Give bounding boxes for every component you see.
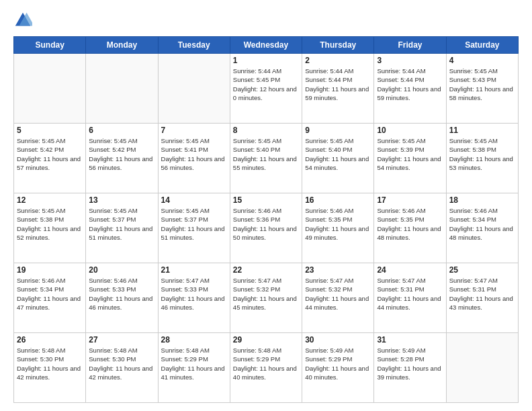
weekday-row: SundayMondayTuesdayWednesdayThursdayFrid… xyxy=(14,37,519,54)
day-info: Sunrise: 5:45 AM Sunset: 5:42 PM Dayligh… xyxy=(17,136,83,172)
day-info: Sunrise: 5:46 AM Sunset: 5:35 PM Dayligh… xyxy=(305,206,371,242)
calendar-cell xyxy=(14,54,86,124)
calendar-cell: 1Sunrise: 5:44 AM Sunset: 5:45 PM Daylig… xyxy=(230,54,302,124)
header xyxy=(13,11,519,30)
day-info: Sunrise: 5:48 AM Sunset: 5:30 PM Dayligh… xyxy=(89,346,154,381)
day-number: 11 xyxy=(449,126,515,135)
day-info: Sunrise: 5:45 AM Sunset: 5:38 PM Dayligh… xyxy=(449,136,515,172)
weekday-header: Wednesday xyxy=(230,37,302,54)
day-number: 10 xyxy=(377,126,443,135)
day-number: 21 xyxy=(161,265,227,275)
calendar-cell: 14Sunrise: 5:45 AM Sunset: 5:37 PM Dayli… xyxy=(158,193,230,263)
day-info: Sunrise: 5:46 AM Sunset: 5:36 PM Dayligh… xyxy=(233,206,299,242)
calendar-cell: 26Sunrise: 5:48 AM Sunset: 5:30 PM Dayli… xyxy=(14,333,86,403)
calendar-cell: 16Sunrise: 5:46 AM Sunset: 5:35 PM Dayli… xyxy=(302,193,374,263)
day-info: Sunrise: 5:46 AM Sunset: 5:34 PM Dayligh… xyxy=(17,276,83,312)
day-number: 25 xyxy=(449,265,515,275)
day-info: Sunrise: 5:46 AM Sunset: 5:34 PM Dayligh… xyxy=(449,206,515,242)
day-info: Sunrise: 5:44 AM Sunset: 5:45 PM Dayligh… xyxy=(233,66,299,102)
day-number: 8 xyxy=(233,126,299,135)
page: SundayMondayTuesdayWednesdayThursdayFrid… xyxy=(0,0,532,411)
calendar-cell: 28Sunrise: 5:48 AM Sunset: 5:29 PM Dayli… xyxy=(158,333,230,403)
day-number: 17 xyxy=(377,195,443,205)
calendar-cell: 25Sunrise: 5:47 AM Sunset: 5:31 PM Dayli… xyxy=(446,263,518,333)
calendar-cell: 24Sunrise: 5:47 AM Sunset: 5:31 PM Dayli… xyxy=(374,263,446,333)
calendar-cell: 11Sunrise: 5:45 AM Sunset: 5:38 PM Dayli… xyxy=(446,124,518,193)
day-info: Sunrise: 5:44 AM Sunset: 5:44 PM Dayligh… xyxy=(377,66,443,102)
day-info: Sunrise: 5:47 AM Sunset: 5:31 PM Dayligh… xyxy=(377,276,443,312)
day-info: Sunrise: 5:48 AM Sunset: 5:30 PM Dayligh… xyxy=(17,346,83,381)
calendar-cell: 13Sunrise: 5:45 AM Sunset: 5:37 PM Dayli… xyxy=(86,193,158,263)
day-number: 2 xyxy=(305,56,371,65)
calendar-cell: 22Sunrise: 5:47 AM Sunset: 5:32 PM Dayli… xyxy=(230,263,302,333)
calendar-cell: 19Sunrise: 5:46 AM Sunset: 5:34 PM Dayli… xyxy=(14,263,86,333)
day-number: 30 xyxy=(305,335,371,345)
calendar-cell: 17Sunrise: 5:46 AM Sunset: 5:35 PM Dayli… xyxy=(374,193,446,263)
day-number: 28 xyxy=(161,335,227,345)
day-info: Sunrise: 5:45 AM Sunset: 5:42 PM Dayligh… xyxy=(89,136,154,172)
day-number: 1 xyxy=(233,56,299,65)
day-number: 29 xyxy=(233,335,299,345)
calendar-cell: 10Sunrise: 5:45 AM Sunset: 5:39 PM Dayli… xyxy=(374,124,446,193)
day-info: Sunrise: 5:45 AM Sunset: 5:39 PM Dayligh… xyxy=(377,136,443,172)
day-number: 19 xyxy=(17,265,83,275)
day-info: Sunrise: 5:45 AM Sunset: 5:41 PM Dayligh… xyxy=(161,136,227,172)
day-number: 18 xyxy=(449,195,515,205)
day-info: Sunrise: 5:48 AM Sunset: 5:29 PM Dayligh… xyxy=(233,346,299,381)
weekday-header: Sunday xyxy=(14,37,86,54)
day-number: 3 xyxy=(377,56,443,65)
calendar-cell xyxy=(158,54,230,124)
logo-icon xyxy=(13,11,32,30)
day-info: Sunrise: 5:46 AM Sunset: 5:35 PM Dayligh… xyxy=(377,206,443,242)
day-info: Sunrise: 5:44 AM Sunset: 5:44 PM Dayligh… xyxy=(305,66,371,102)
day-info: Sunrise: 5:45 AM Sunset: 5:37 PM Dayligh… xyxy=(89,206,154,242)
day-number: 4 xyxy=(449,56,515,65)
day-info: Sunrise: 5:47 AM Sunset: 5:32 PM Dayligh… xyxy=(233,276,299,312)
day-info: Sunrise: 5:47 AM Sunset: 5:33 PM Dayligh… xyxy=(161,276,227,312)
calendar-week-row: 5Sunrise: 5:45 AM Sunset: 5:42 PM Daylig… xyxy=(14,124,519,193)
day-number: 6 xyxy=(89,126,154,135)
calendar-week-row: 26Sunrise: 5:48 AM Sunset: 5:30 PM Dayli… xyxy=(14,333,519,403)
calendar-cell: 27Sunrise: 5:48 AM Sunset: 5:30 PM Dayli… xyxy=(86,333,158,403)
calendar-cell: 7Sunrise: 5:45 AM Sunset: 5:41 PM Daylig… xyxy=(158,124,230,193)
logo xyxy=(13,11,35,30)
day-info: Sunrise: 5:45 AM Sunset: 5:43 PM Dayligh… xyxy=(449,66,515,102)
day-number: 16 xyxy=(305,195,371,205)
day-number: 13 xyxy=(89,195,154,205)
calendar-cell: 5Sunrise: 5:45 AM Sunset: 5:42 PM Daylig… xyxy=(14,124,86,193)
day-info: Sunrise: 5:45 AM Sunset: 5:38 PM Dayligh… xyxy=(17,206,83,242)
day-number: 26 xyxy=(17,335,83,345)
calendar-table: SundayMondayTuesdayWednesdayThursdayFrid… xyxy=(13,36,519,403)
day-info: Sunrise: 5:45 AM Sunset: 5:37 PM Dayligh… xyxy=(161,206,227,242)
calendar-cell: 31Sunrise: 5:49 AM Sunset: 5:28 PM Dayli… xyxy=(374,333,446,403)
calendar-cell: 29Sunrise: 5:48 AM Sunset: 5:29 PM Dayli… xyxy=(230,333,302,403)
calendar-cell: 20Sunrise: 5:46 AM Sunset: 5:33 PM Dayli… xyxy=(86,263,158,333)
calendar-cell: 6Sunrise: 5:45 AM Sunset: 5:42 PM Daylig… xyxy=(86,124,158,193)
calendar-cell: 21Sunrise: 5:47 AM Sunset: 5:33 PM Dayli… xyxy=(158,263,230,333)
calendar-cell: 18Sunrise: 5:46 AM Sunset: 5:34 PM Dayli… xyxy=(446,193,518,263)
day-number: 12 xyxy=(17,195,83,205)
calendar-cell: 23Sunrise: 5:47 AM Sunset: 5:32 PM Dayli… xyxy=(302,263,374,333)
weekday-header: Saturday xyxy=(446,37,518,54)
day-number: 15 xyxy=(233,195,299,205)
calendar-header: SundayMondayTuesdayWednesdayThursdayFrid… xyxy=(14,37,519,54)
calendar-cell: 9Sunrise: 5:45 AM Sunset: 5:40 PM Daylig… xyxy=(302,124,374,193)
calendar-week-row: 1Sunrise: 5:44 AM Sunset: 5:45 PM Daylig… xyxy=(14,54,519,124)
calendar-week-row: 19Sunrise: 5:46 AM Sunset: 5:34 PM Dayli… xyxy=(14,263,519,333)
day-number: 9 xyxy=(305,126,371,135)
calendar-cell: 12Sunrise: 5:45 AM Sunset: 5:38 PM Dayli… xyxy=(14,193,86,263)
day-number: 24 xyxy=(377,265,443,275)
day-number: 22 xyxy=(233,265,299,275)
weekday-header: Friday xyxy=(374,37,446,54)
day-info: Sunrise: 5:47 AM Sunset: 5:32 PM Dayligh… xyxy=(305,276,371,312)
day-info: Sunrise: 5:47 AM Sunset: 5:31 PM Dayligh… xyxy=(449,276,515,312)
calendar-cell xyxy=(86,54,158,124)
calendar-cell: 2Sunrise: 5:44 AM Sunset: 5:44 PM Daylig… xyxy=(302,54,374,124)
day-number: 31 xyxy=(377,335,443,345)
day-number: 5 xyxy=(17,126,83,135)
day-number: 23 xyxy=(305,265,371,275)
day-info: Sunrise: 5:45 AM Sunset: 5:40 PM Dayligh… xyxy=(305,136,371,172)
calendar-body: 1Sunrise: 5:44 AM Sunset: 5:45 PM Daylig… xyxy=(14,54,519,403)
day-info: Sunrise: 5:49 AM Sunset: 5:29 PM Dayligh… xyxy=(305,346,371,381)
day-info: Sunrise: 5:46 AM Sunset: 5:33 PM Dayligh… xyxy=(89,276,154,312)
